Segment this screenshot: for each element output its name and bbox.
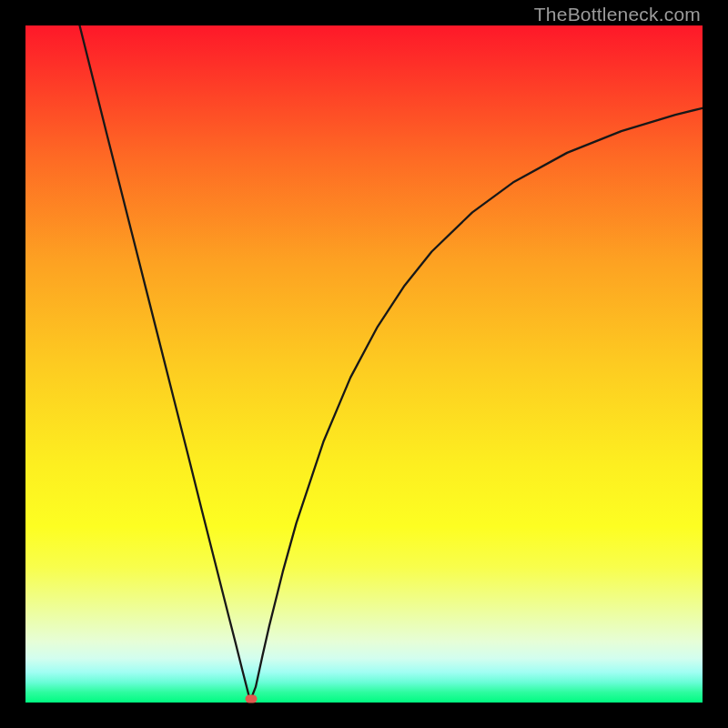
curve-svg <box>25 25 703 703</box>
minimum-marker <box>245 695 257 703</box>
watermark-text: TheBottleneck.com <box>534 4 701 25</box>
chart-stage: TheBottleneck.com <box>0 0 728 728</box>
plot-area <box>25 25 703 703</box>
bottleneck-curve <box>80 25 703 699</box>
